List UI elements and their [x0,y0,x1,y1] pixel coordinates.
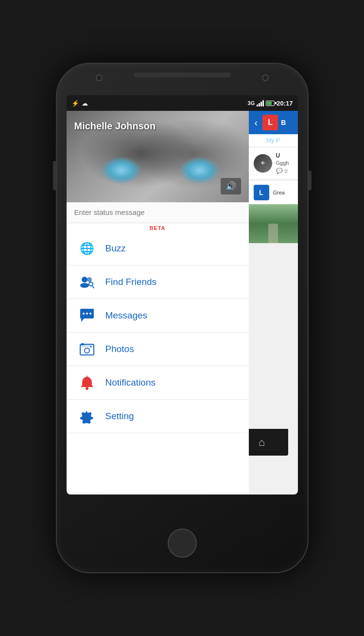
feed-item-2-header: L Grea [249,181,298,204]
home-nav-button[interactable]: ⌂ [255,432,269,453]
right-panel-title: B [281,119,286,126]
status-left-icons: ⚡ ☁ [71,100,88,107]
my-profile-link[interactable]: My P [249,134,298,147]
power-button[interactable] [309,171,312,190]
feed-name-1: U [276,152,289,159]
status-bar: ⚡ ☁ 3G 20:17 [67,95,298,111]
status-message-input[interactable] [74,208,241,216]
svg-point-13 [90,346,91,348]
svg-point-2 [80,283,89,288]
feed-item-1-header: 👁 U Gggh 💬 0 [254,152,293,174]
find-friends-icon [78,273,96,291]
svg-point-7 [86,313,88,315]
feed-info-1: U Gggh 💬 0 [276,152,289,174]
menu-list: 🌐 Buzz [67,232,249,495]
profile-header: Michelle Johnson 🔊 [67,111,249,202]
upload-icon: ☁ [82,100,88,107]
battery-icon [266,101,275,106]
signal-bar-4 [262,100,264,106]
svg-point-14 [86,387,88,390]
status-input-area [67,202,249,223]
feed-text-2: Grea [273,190,285,195]
svg-point-6 [83,313,85,315]
buzz-icon: 🌐 [78,240,96,257]
volume-button[interactable] [53,161,56,190]
menu-item-photos[interactable]: Photos [67,333,249,366]
signal-bar-2 [259,103,260,106]
photos-icon [78,340,96,358]
time-label: 20:17 [277,100,293,107]
messages-label: Messages [105,310,148,321]
signal-bar-1 [257,105,258,106]
network-label: 3G [248,100,255,106]
camera-right [262,74,269,81]
phone-body: ⚡ ☁ 3G 20:17 [56,63,309,573]
feed-text-1: Gggh [276,160,289,166]
phone-screen: ⚡ ☁ 3G 20:17 [67,95,298,495]
battery-fill [267,102,272,105]
menu-item-notifications[interactable]: Notifications [67,366,249,400]
feed-comment-1: 💬 0 [276,168,289,174]
svg-point-0 [82,277,87,283]
feed-badge-2: L [254,185,269,200]
feed-image-2 [249,204,298,243]
notifications-icon [78,374,96,391]
signal-bar-3 [260,102,262,106]
menu-item-buzz[interactable]: 🌐 Buzz [67,232,249,265]
svg-point-1 [87,277,92,282]
setting-label: Setting [105,411,134,422]
buzz-label: Buzz [105,243,126,254]
setting-icon [78,407,96,425]
feed-item-2: L Grea [249,181,298,243]
svg-point-12 [85,348,89,353]
comment-count: 0 [285,168,288,174]
photos-label: Photos [105,344,134,354]
feed-item-1: 👁 U Gggh 💬 0 [249,147,298,179]
menu-item-messages[interactable]: Messages [67,299,249,333]
feed-avatar-1: 👁 [254,154,272,173]
svg-rect-11 [81,343,84,345]
phone-outer: ⚡ ☁ 3G 20:17 [0,0,364,636]
home-button[interactable] [168,529,197,558]
status-right: 3G 20:17 [248,100,293,107]
drawer-menu: Michelle Johnson 🔊 BETA 🌐 Buzz [67,111,249,495]
camera-left [96,74,103,81]
notifications-label: Notifications [105,377,156,388]
usb-icon: ⚡ [71,100,79,107]
app-logo-badge: L [262,115,278,130]
comment-icon: 💬 [276,168,283,174]
menu-item-find-friends[interactable]: Find Friends [67,265,249,299]
signal-bars [257,100,264,106]
phone-speaker [134,72,231,77]
find-friends-label: Find Friends [105,277,157,287]
svg-point-8 [89,313,91,315]
sound-button[interactable]: 🔊 [221,178,241,194]
right-panel-header: ‹ L B [249,111,298,134]
back-button[interactable]: ‹ [253,115,260,130]
profile-name: Michelle Johnson [74,121,156,132]
beta-label: BETA [67,223,249,232]
messages-icon [78,307,96,324]
svg-line-5 [92,286,94,288]
menu-item-setting[interactable]: Setting [67,400,249,433]
